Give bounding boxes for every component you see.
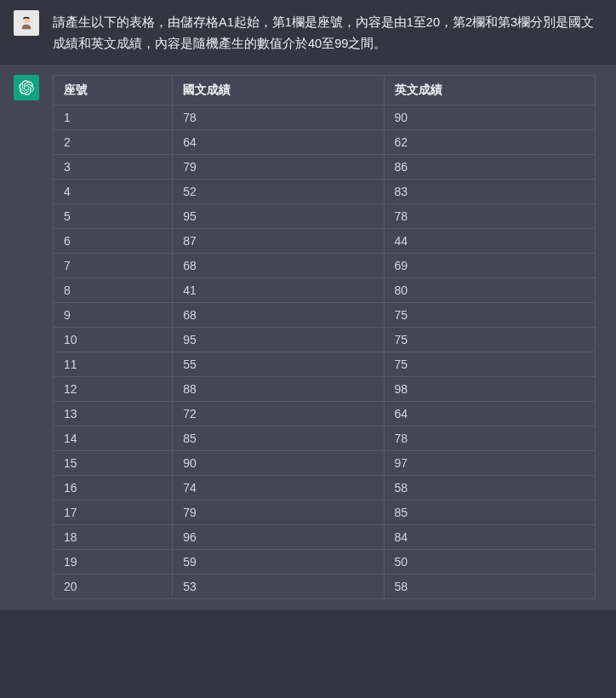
cell-english-score: 75 (384, 303, 595, 328)
table-row: 59578 (54, 204, 596, 229)
cell-chinese-score: 68 (173, 254, 384, 278)
cell-chinese-score: 87 (173, 229, 384, 254)
user-message-row: 請產生以下的表格，由儲存格A1起始，第1欄是座號，內容是由1至20，第2欄和第3… (0, 0, 616, 65)
cell-seat-number: 10 (54, 328, 173, 352)
cell-seat-number: 13 (54, 402, 173, 426)
cell-english-score: 85 (384, 501, 595, 525)
cell-english-score: 97 (384, 451, 595, 476)
user-message-text: 請產生以下的表格，由儲存格A1起始，第1欄是座號，內容是由1至20，第2欄和第3… (53, 10, 602, 54)
table-row: 137264 (54, 402, 596, 426)
cell-english-score: 69 (384, 254, 595, 278)
assistant-message-row: 座號 國文成績 英文成績 178902646237986452835957868… (0, 65, 616, 610)
cell-seat-number: 14 (54, 426, 173, 451)
cell-english-score: 86 (384, 155, 595, 180)
grades-table: 座號 國文成績 英文成績 178902646237986452835957868… (53, 75, 596, 599)
table-row: 109575 (54, 328, 596, 352)
table-row: 68744 (54, 229, 596, 254)
cell-seat-number: 20 (54, 575, 173, 599)
table-header-row: 座號 國文成績 英文成績 (54, 76, 596, 106)
cell-chinese-score: 59 (173, 550, 384, 575)
cell-seat-number: 18 (54, 525, 173, 550)
cell-english-score: 84 (384, 525, 595, 550)
table-row: 17890 (54, 106, 596, 130)
cell-seat-number: 5 (54, 204, 173, 229)
cell-chinese-score: 95 (173, 204, 384, 229)
table-row: 148578 (54, 426, 596, 451)
header-seat-number: 座號 (54, 76, 173, 106)
table-row: 45283 (54, 180, 596, 204)
cell-chinese-score: 95 (173, 328, 384, 352)
cell-english-score: 98 (384, 377, 595, 402)
cell-seat-number: 17 (54, 501, 173, 525)
openai-logo-icon (19, 80, 34, 95)
cell-seat-number: 11 (54, 352, 173, 377)
cell-chinese-score: 53 (173, 575, 384, 599)
cell-chinese-score: 41 (173, 278, 384, 303)
cell-english-score: 78 (384, 204, 595, 229)
cell-chinese-score: 85 (173, 426, 384, 451)
user-face-icon (17, 14, 36, 32)
cell-english-score: 80 (384, 278, 595, 303)
cell-chinese-score: 79 (173, 155, 384, 180)
cell-seat-number: 15 (54, 451, 173, 476)
table-row: 189684 (54, 525, 596, 550)
assistant-message-content: 座號 國文成績 英文成績 178902646237986452835957868… (53, 75, 602, 599)
table-row: 177985 (54, 501, 596, 525)
table-row: 205358 (54, 575, 596, 599)
cell-chinese-score: 64 (173, 130, 384, 155)
header-english-score: 英文成績 (384, 76, 595, 106)
table-row: 195950 (54, 550, 596, 575)
table-row: 76869 (54, 254, 596, 278)
cell-chinese-score: 90 (173, 451, 384, 476)
cell-english-score: 75 (384, 352, 595, 377)
cell-english-score: 44 (384, 229, 595, 254)
cell-seat-number: 12 (54, 377, 173, 402)
cell-seat-number: 16 (54, 476, 173, 501)
user-avatar (14, 10, 39, 36)
cell-chinese-score: 88 (173, 377, 384, 402)
cell-seat-number: 1 (54, 106, 173, 130)
cell-chinese-score: 79 (173, 501, 384, 525)
cell-english-score: 62 (384, 130, 595, 155)
assistant-avatar (14, 75, 39, 100)
cell-seat-number: 9 (54, 303, 173, 328)
cell-seat-number: 3 (54, 155, 173, 180)
cell-chinese-score: 74 (173, 476, 384, 501)
cell-chinese-score: 78 (173, 106, 384, 130)
cell-chinese-score: 52 (173, 180, 384, 204)
cell-english-score: 90 (384, 106, 595, 130)
table-row: 167458 (54, 476, 596, 501)
cell-seat-number: 6 (54, 229, 173, 254)
cell-seat-number: 2 (54, 130, 173, 155)
table-row: 84180 (54, 278, 596, 303)
table-row: 37986 (54, 155, 596, 180)
table-row: 128898 (54, 377, 596, 402)
cell-seat-number: 19 (54, 550, 173, 575)
cell-chinese-score: 72 (173, 402, 384, 426)
cell-seat-number: 8 (54, 278, 173, 303)
cell-chinese-score: 68 (173, 303, 384, 328)
cell-english-score: 58 (384, 476, 595, 501)
header-chinese-score: 國文成績 (173, 76, 384, 106)
cell-english-score: 83 (384, 180, 595, 204)
cell-english-score: 50 (384, 550, 595, 575)
cell-seat-number: 7 (54, 254, 173, 278)
cell-english-score: 78 (384, 426, 595, 451)
table-row: 115575 (54, 352, 596, 377)
cell-seat-number: 4 (54, 180, 173, 204)
cell-chinese-score: 55 (173, 352, 384, 377)
table-row: 96875 (54, 303, 596, 328)
cell-chinese-score: 96 (173, 525, 384, 550)
cell-english-score: 75 (384, 328, 595, 352)
table-row: 159097 (54, 451, 596, 476)
cell-english-score: 58 (384, 575, 595, 599)
cell-english-score: 64 (384, 402, 595, 426)
table-row: 26462 (54, 130, 596, 155)
